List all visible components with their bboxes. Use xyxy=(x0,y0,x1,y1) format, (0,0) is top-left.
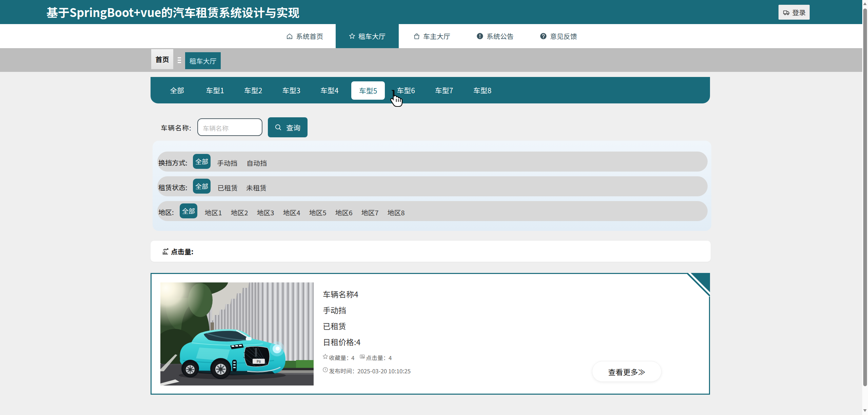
svg-text:P8: P8 xyxy=(257,359,261,364)
